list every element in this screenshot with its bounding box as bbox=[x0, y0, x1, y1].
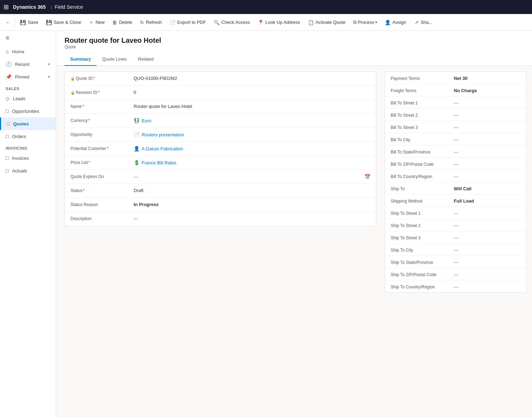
value-ship-street-3: --- bbox=[454, 234, 520, 240]
sidebar-item-quotes[interactable]: □ Quotes bbox=[0, 117, 56, 130]
field-ship-zip: Ship To ZIP/Postal Code --- bbox=[385, 268, 526, 280]
field-name: Name* Router quote for Laveo Hotel bbox=[65, 100, 376, 114]
assign-button[interactable]: 👤 Assign bbox=[381, 18, 410, 27]
share-button[interactable]: ↗ Sha... bbox=[411, 18, 436, 27]
sidebar-home-label: Home bbox=[12, 49, 24, 54]
field-currency: Currency* 💱 Euro bbox=[65, 114, 376, 128]
date-picker-icon[interactable]: 📅 bbox=[364, 174, 370, 179]
sidebar-toggle[interactable]: ≡ bbox=[0, 31, 56, 45]
assign-icon: 👤 bbox=[385, 20, 391, 25]
refresh-button[interactable]: ↻ Refresh bbox=[136, 18, 166, 27]
delete-icon: 🗑 bbox=[112, 20, 117, 25]
sidebar-item-recent[interactable]: 🕐 Recent ▾ bbox=[0, 58, 56, 70]
value-description[interactable]: --- bbox=[134, 215, 370, 221]
form-card-left: 🔒Quote ID* QUO-01000-F9D2M2 🔒Revision ID… bbox=[65, 71, 376, 226]
sidebar-item-invoices[interactable]: □ Invoices bbox=[0, 152, 56, 164]
save-button[interactable]: 💾 Save bbox=[16, 18, 42, 27]
field-ship-street-3: Ship To Street 3 --- bbox=[385, 231, 526, 244]
home-icon: ⌂ bbox=[6, 49, 8, 54]
value-status-reason: In Progress bbox=[134, 201, 370, 207]
save-label: Save bbox=[28, 20, 38, 25]
field-quote-expires-on: Quote Expires On --- 📅 bbox=[65, 170, 376, 184]
value-currency[interactable]: 💱 Euro bbox=[134, 117, 370, 123]
field-revision-id: 🔒Revision ID* 0 bbox=[65, 86, 376, 100]
label-ship-street-3: Ship To Street 3 bbox=[391, 234, 454, 240]
quotes-icon: □ bbox=[7, 121, 9, 127]
value-payment-terms: Net 30 bbox=[454, 75, 520, 81]
check-access-label: Check Access bbox=[221, 20, 250, 25]
field-ship-country: Ship To Country/Region --- bbox=[385, 280, 526, 292]
process-icon: ⧉ bbox=[353, 19, 357, 25]
value-shipping-method: Full Load bbox=[454, 197, 520, 204]
sidebar-item-opportunities[interactable]: □ Opportunities bbox=[0, 105, 56, 117]
value-potential-customer[interactable]: 👤 A Datum Fabrication bbox=[134, 145, 370, 151]
activate-quote-button[interactable]: 📋 Activate Quote bbox=[304, 18, 349, 27]
activate-quote-icon: 📋 bbox=[308, 20, 314, 25]
lookup-address-button[interactable]: 📍 Look Up Address bbox=[254, 18, 304, 27]
process-expand-icon: ▾ bbox=[375, 20, 377, 24]
value-bill-zip: --- bbox=[454, 160, 520, 167]
new-button[interactable]: ＋ New bbox=[85, 17, 108, 28]
label-status: Status* bbox=[70, 187, 134, 193]
field-payment-terms: Payment Terms Net 30 bbox=[385, 72, 526, 84]
sidebar-item-actuals[interactable]: □ Actuals bbox=[0, 164, 56, 177]
delete-label: Delete bbox=[119, 20, 132, 25]
value-quote-id: QUO-01000-F9D2M2 bbox=[134, 75, 370, 81]
field-description: Description --- bbox=[65, 212, 376, 226]
customer-icon: 👤 bbox=[134, 146, 140, 151]
value-ship-zip: --- bbox=[454, 271, 520, 277]
field-freight-terms: Freight Terms No Charge bbox=[385, 84, 526, 96]
value-bill-street-3: --- bbox=[454, 124, 520, 130]
recent-expand-icon: ▾ bbox=[48, 62, 50, 67]
refresh-label: Refresh bbox=[146, 20, 162, 25]
lookup-address-label: Look Up Address bbox=[265, 20, 300, 25]
form-body: 🔒Quote ID* QUO-01000-F9D2M2 🔒Revision ID… bbox=[56, 66, 532, 417]
label-bill-city: Bill To City bbox=[391, 136, 454, 142]
tab-summary[interactable]: Summary bbox=[65, 53, 96, 66]
command-bar: ← 💾 Save 💾 Save & Close ＋ New 🗑 Delete ↻… bbox=[0, 14, 532, 31]
sidebar-item-pinned[interactable]: 📌 Pinned ▾ bbox=[0, 70, 56, 83]
value-quote-expires-on[interactable]: --- 📅 bbox=[134, 173, 370, 179]
page-subtitle: Quote bbox=[65, 45, 524, 49]
value-ship-country: --- bbox=[454, 283, 520, 289]
value-revision-id: 0 bbox=[134, 89, 370, 95]
waffle-icon[interactable]: ⊞ bbox=[4, 3, 9, 11]
label-bill-street-1: Bill To Street 1 bbox=[391, 99, 454, 105]
check-access-button[interactable]: 🔍 Check Access bbox=[210, 18, 254, 27]
sidebar-item-orders[interactable]: □ Orders bbox=[0, 130, 56, 143]
field-bill-street-3: Bill To Street 3 --- bbox=[385, 121, 526, 133]
save-close-button[interactable]: 💾 Save & Close bbox=[42, 18, 85, 27]
label-ship-zip: Ship To ZIP/Postal Code bbox=[391, 271, 454, 277]
value-name[interactable]: Router quote for Laveo Hotel bbox=[134, 103, 370, 109]
sidebar-item-leads[interactable]: ◇ Leads bbox=[0, 92, 56, 105]
value-bill-street-2: --- bbox=[454, 111, 520, 118]
value-opportunity[interactable]: 📄 Routers presentation bbox=[134, 131, 370, 137]
export-icon: 📄 bbox=[170, 20, 176, 25]
tab-related[interactable]: Related bbox=[132, 53, 159, 66]
invoices-icon: □ bbox=[6, 155, 8, 161]
export-button[interactable]: 📄 Export to PDF bbox=[166, 18, 210, 27]
label-quote-id: 🔒Quote ID* bbox=[70, 75, 134, 81]
field-potential-customer: Potential Customer* 👤 A Datum Fabricatio… bbox=[65, 142, 376, 156]
label-payment-terms: Payment Terms bbox=[391, 75, 454, 81]
process-button[interactable]: ⧉ Process ▾ bbox=[350, 17, 381, 27]
value-price-list[interactable]: 💲 France Bill Rates bbox=[134, 159, 370, 165]
label-name: Name* bbox=[70, 103, 134, 109]
label-ship-city: Ship To City bbox=[391, 246, 454, 253]
label-bill-zip: Bill To ZIP/Postal Code bbox=[391, 160, 454, 167]
sidebar-opportunities-label: Opportunities bbox=[12, 109, 39, 114]
topbar-separator: | bbox=[50, 5, 52, 10]
field-bill-street-1: Bill To Street 1 --- bbox=[385, 96, 526, 109]
field-status: Status* Draft bbox=[65, 184, 376, 198]
activate-quote-label: Activate Quote bbox=[316, 20, 345, 25]
sidebar-item-home[interactable]: ⌂ Home bbox=[0, 45, 56, 58]
field-bill-zip: Bill To ZIP/Postal Code --- bbox=[385, 158, 526, 170]
delete-button[interactable]: 🗑 Delete bbox=[109, 18, 136, 27]
back-button[interactable]: ← bbox=[3, 18, 13, 27]
leads-icon: ◇ bbox=[6, 96, 9, 101]
form-right: Payment Terms Net 30 Freight Terms No Ch… bbox=[385, 66, 532, 417]
share-label: Sha... bbox=[420, 20, 432, 25]
label-ship-street-1: Ship To Street 1 bbox=[391, 210, 454, 216]
label-bill-street-2: Bill To Street 2 bbox=[391, 111, 454, 118]
tab-quote-lines[interactable]: Quote Lines bbox=[96, 53, 132, 66]
